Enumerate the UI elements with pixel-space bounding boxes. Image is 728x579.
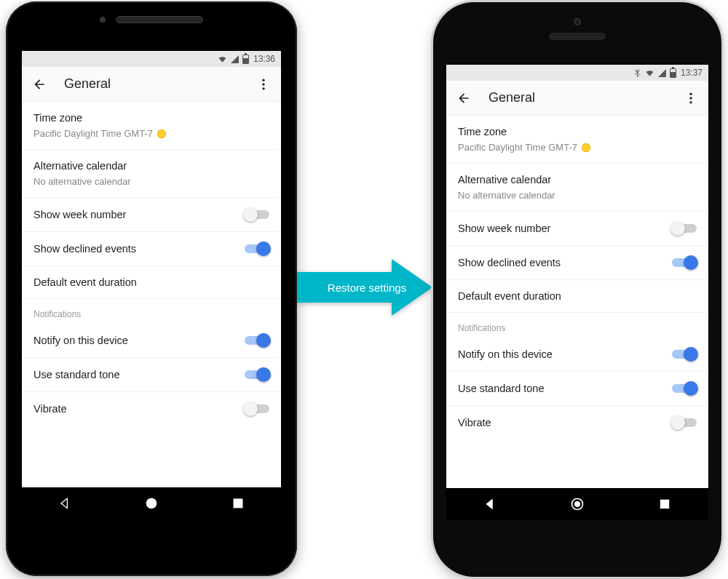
nav-recent-icon[interactable] xyxy=(231,496,245,511)
front-camera xyxy=(100,17,106,23)
settings-list: Time zone Pacific Daylight Time GMT-7 Al… xyxy=(22,102,281,426)
front-camera xyxy=(574,18,581,25)
nav-back-icon[interactable] xyxy=(58,496,72,511)
page-title: General xyxy=(64,76,239,92)
section-header-notifications: Notifications xyxy=(446,313,708,338)
earpiece-speaker xyxy=(549,33,606,40)
row-notify-device-label: Notify on this device xyxy=(458,348,672,360)
phone-left-screen: 13:36 General Time zone Pacific Daylight… xyxy=(22,51,281,519)
battery-icon xyxy=(670,68,676,78)
svg-point-6 xyxy=(689,92,692,95)
toggle-week-number[interactable] xyxy=(245,208,269,221)
row-alternative-calendar[interactable]: Alternative calendar No alternative cale… xyxy=(446,164,708,212)
phone-left-hardware xyxy=(100,16,203,23)
row-default-event-duration[interactable]: Default event duration xyxy=(446,280,708,313)
phone-right-hardware xyxy=(549,18,606,40)
sun-icon xyxy=(582,143,590,152)
nav-recent-icon[interactable] xyxy=(657,497,672,511)
row-standard-tone-label: Use standard tone xyxy=(33,369,245,380)
row-timezone[interactable]: Time zone Pacific Daylight Time GMT-7 xyxy=(22,102,281,150)
row-week-number-label: Show week number xyxy=(458,223,672,234)
row-alternative-calendar[interactable]: Alternative calendar No alternative cale… xyxy=(22,150,281,198)
phone-left-frame: 13:36 General Time zone Pacific Daylight… xyxy=(6,1,297,576)
row-timezone-value: Pacific Daylight Time GMT-7 xyxy=(33,128,269,139)
row-vibrate-label: Vibrate xyxy=(33,403,245,415)
overflow-menu-icon[interactable] xyxy=(256,77,271,92)
row-show-week-number[interactable]: Show week number xyxy=(22,198,281,232)
row-show-declined-events[interactable]: Show declined events xyxy=(22,232,281,266)
cell-signal-icon xyxy=(657,68,667,78)
row-altcal-value: No alternative calendar xyxy=(458,190,697,201)
row-timezone-label: Time zone xyxy=(458,126,697,137)
section-header-notifications: Notifications xyxy=(22,299,281,324)
restore-settings-arrow: Restore settings xyxy=(297,259,432,316)
row-default-duration-label: Default event duration xyxy=(458,290,697,302)
row-timezone-value: Pacific Daylight Time GMT-7 xyxy=(458,142,697,153)
row-declined-label: Show declined events xyxy=(33,243,245,255)
toggle-standard-tone[interactable] xyxy=(672,382,697,395)
row-timezone[interactable]: Time zone Pacific Daylight Time GMT-7 xyxy=(446,116,708,164)
app-bar: General xyxy=(22,67,281,102)
toggle-notify-device[interactable] xyxy=(245,334,269,347)
phone-right-frame: 13:37 General Time zone Pacific Daylight… xyxy=(433,2,721,577)
row-show-declined-events[interactable]: Show declined events xyxy=(446,246,708,280)
bluetooth-icon xyxy=(633,68,642,78)
row-standard-tone-label: Use standard tone xyxy=(458,383,672,394)
svg-point-2 xyxy=(262,87,264,89)
row-use-standard-tone[interactable]: Use standard tone xyxy=(22,358,281,392)
row-week-number-label: Show week number xyxy=(33,209,245,220)
toggle-standard-tone[interactable] xyxy=(245,368,269,381)
row-altcal-label: Alternative calendar xyxy=(33,160,269,172)
back-icon[interactable] xyxy=(32,77,47,92)
android-nav-bar xyxy=(22,487,281,519)
row-vibrate-label: Vibrate xyxy=(458,417,672,428)
nav-home-icon[interactable] xyxy=(144,496,159,511)
status-bar: 13:37 xyxy=(446,65,708,81)
row-notify-on-this-device[interactable]: Notify on this device xyxy=(22,324,281,358)
status-clock: 13:36 xyxy=(253,54,275,64)
svg-point-8 xyxy=(689,101,692,103)
row-vibrate[interactable]: Vibrate xyxy=(22,392,281,426)
toggle-vibrate[interactable] xyxy=(672,416,697,429)
overflow-menu-icon[interactable] xyxy=(684,91,698,105)
row-notify-on-this-device[interactable]: Notify on this device xyxy=(446,338,708,372)
cell-signal-icon xyxy=(230,55,240,64)
row-notify-device-label: Notify on this device xyxy=(33,335,245,346)
restore-settings-label: Restore settings xyxy=(323,281,406,294)
row-altcal-label: Alternative calendar xyxy=(458,174,697,185)
toggle-declined-events[interactable] xyxy=(672,256,697,269)
row-default-event-duration[interactable]: Default event duration xyxy=(22,266,281,299)
nav-home-icon[interactable] xyxy=(570,497,585,511)
svg-rect-4 xyxy=(234,499,242,508)
svg-point-1 xyxy=(262,83,264,85)
phone-right-screen: 13:37 General Time zone Pacific Daylight… xyxy=(446,65,708,520)
svg-point-3 xyxy=(146,498,156,508)
row-altcal-value: No alternative calendar xyxy=(33,176,269,187)
wifi-icon xyxy=(218,55,227,64)
svg-point-10 xyxy=(574,501,580,507)
svg-point-7 xyxy=(689,97,692,99)
nav-back-icon[interactable] xyxy=(483,497,497,511)
status-clock: 13:37 xyxy=(681,68,703,78)
svg-point-0 xyxy=(262,79,264,81)
toggle-notify-device[interactable] xyxy=(672,348,697,361)
toggle-declined-events[interactable] xyxy=(245,242,269,255)
sun-icon xyxy=(157,129,166,138)
status-bar: 13:36 xyxy=(22,51,281,67)
toggle-week-number[interactable] xyxy=(672,222,697,235)
page-title: General xyxy=(488,90,666,105)
toggle-vibrate[interactable] xyxy=(245,402,269,415)
svg-rect-11 xyxy=(660,500,669,508)
app-bar: General xyxy=(446,81,708,116)
back-icon[interactable] xyxy=(456,91,471,105)
settings-list: Time zone Pacific Daylight Time GMT-7 Al… xyxy=(446,116,708,439)
row-declined-label: Show declined events xyxy=(458,257,672,268)
row-vibrate[interactable]: Vibrate xyxy=(446,406,708,439)
row-timezone-label: Time zone xyxy=(33,112,269,124)
android-nav-bar xyxy=(446,488,708,520)
row-show-week-number[interactable]: Show week number xyxy=(446,212,708,246)
row-use-standard-tone[interactable]: Use standard tone xyxy=(446,372,708,406)
row-default-duration-label: Default event duration xyxy=(33,276,269,288)
wifi-icon xyxy=(645,68,654,78)
earpiece-speaker xyxy=(116,16,203,23)
